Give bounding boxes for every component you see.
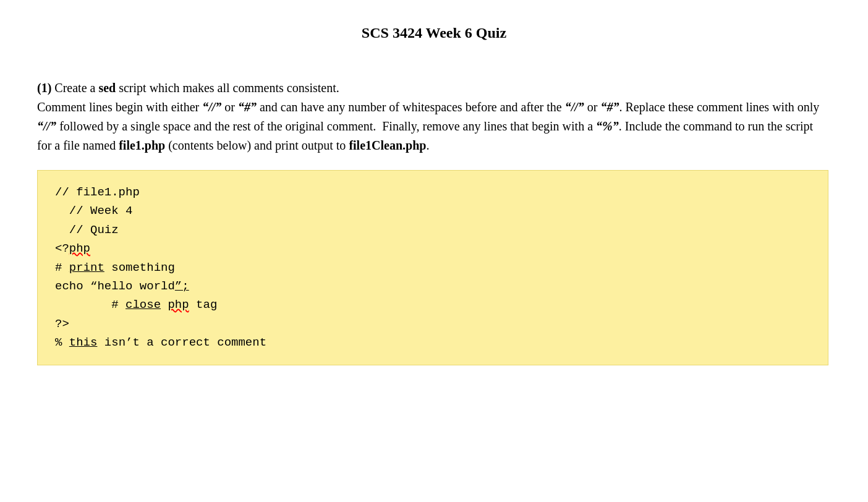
slash-slash-1: “//” — [202, 100, 221, 114]
code-line-9: % this isn’t a correct comment — [55, 333, 811, 352]
question-intro: Create a — [51, 81, 98, 95]
question-text-part2: script which makes all comments consiste… — [116, 81, 339, 95]
code-line-7: # close php tag — [55, 296, 811, 314]
code-line-2: // Week 4 — [55, 202, 811, 220]
page-title: SCS 3424 Week 6 Quiz — [37, 25, 831, 41]
question-line-2: Comment lines begin with either “//” or … — [37, 98, 828, 155]
code-line-6: echo “hello world”; — [55, 277, 811, 296]
hash-2: “#” — [600, 100, 619, 114]
hash-1: “#” — [238, 100, 257, 114]
code-line-3: // Quiz — [55, 221, 811, 239]
sed-keyword: sed — [98, 81, 116, 95]
file1clean-php-name: file1Clean.php — [349, 138, 426, 152]
code-line-4: <?php — [55, 239, 811, 258]
question-section: (1) Create a sed script which makes all … — [37, 79, 828, 155]
slash-slash-3: “//” — [37, 119, 56, 133]
file1-php-name: file1.php — [119, 138, 165, 152]
slash-slash-2: “//” — [565, 100, 584, 114]
code-line-1: // file1.php — [55, 183, 811, 202]
percent-1: “%” — [596, 119, 619, 133]
code-block: // file1.php // Week 4 // Quiz <?php # p… — [37, 170, 828, 365]
code-line-5: # print something — [55, 258, 811, 277]
question-line-1: (1) Create a sed script which makes all … — [37, 79, 828, 98]
code-line-8: ?> — [55, 315, 811, 333]
title-text: SCS 3424 Week 6 Quiz — [362, 25, 506, 41]
question-number: (1) — [37, 81, 51, 95]
